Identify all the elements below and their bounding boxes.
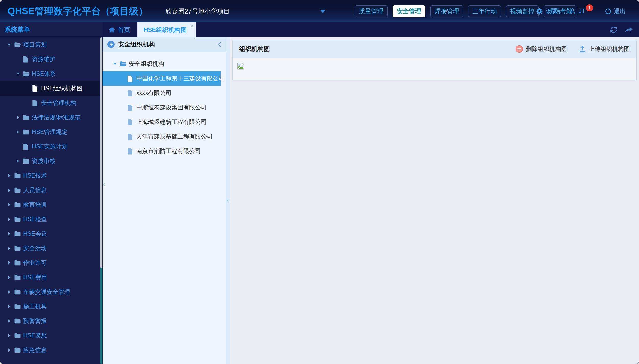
collapse-sidebar-icon[interactable] [103,182,106,187]
sidebar-item[interactable]: 作业许可 [0,256,100,270]
panel-splitter[interactable] [226,37,230,364]
power-icon[interactable] [605,8,611,15]
back-circle-icon[interactable] [107,41,115,48]
caret-icon [16,72,23,76]
upload-org-chart-button[interactable]: 上传组织机构图 [579,45,630,53]
folder-open-icon [120,61,129,67]
sidebar-item[interactable]: 安全活动 [0,241,100,256]
sidebar-item[interactable]: HSE实施计划 [0,139,100,154]
org-tree-item[interactable]: 中鹏恒泰建设集团有限公司 [103,100,221,115]
sidebar-scrollbar-thumb[interactable] [100,37,102,268]
sidebar-item[interactable]: 车辆交通安全管理 [0,285,100,299]
refresh-icon[interactable] [610,26,617,33]
tab-close-icon[interactable]: × [190,23,194,29]
project-selector[interactable]: 欣嘉园27号地小学项目 [165,0,230,22]
sidebar-item[interactable]: HSE管理规定 [0,125,100,139]
collapse-panel-icon[interactable] [218,41,221,47]
user-name[interactable]: JT [578,8,585,15]
folder-icon [14,173,23,179]
sidebar-item[interactable]: 法律法规/标准规范 [0,110,100,125]
sidebar-item[interactable]: 施工机具 [0,299,100,314]
caret-icon [16,130,23,134]
sidebar-title: 系统菜单 [0,22,103,37]
sidebar-item[interactable]: HSE技术 [0,168,100,183]
sidebar-item-label: HSE组织机构图 [41,84,82,92]
folder-icon [14,304,23,309]
notification-badge[interactable]: 1 [586,4,593,11]
main-panel-header: 组织机构图 删除组织机构图 上传组织机构图 [232,40,637,58]
sidebar-item-label: HSE技术 [23,172,47,180]
sidebar-item-label: HSE会议 [23,230,47,238]
sidebar-item-label: 资源维护 [32,55,55,63]
header-nav-button[interactable]: 三年行动 [468,5,501,17]
org-item-label: 天津市建辰基础工程有限公司 [136,133,213,141]
org-tree-item[interactable]: 中国化学工程第十三建设有限公司 [103,71,221,86]
folder-icon [14,289,23,295]
folder-icon [14,347,23,353]
sidebar-item-label: HSE体系 [32,70,56,78]
project-dropdown-caret-icon[interactable] [320,10,326,13]
caret-icon [7,203,14,207]
org-tree-item[interactable]: 南京市消防工程有限公司 [103,144,221,158]
user-icon[interactable] [569,8,576,15]
gear-icon[interactable] [536,8,543,15]
org-item-label: 南京市消防工程有限公司 [136,147,201,155]
header-nav-button[interactable]: 安全管理 [393,5,425,17]
sidebar-item-label: 安全活动 [23,244,47,252]
sidebar-menu: 项目策划资源维护HSE体系HSE组织机构图安全管理机构法律法规/标准规范HSE管… [0,37,100,364]
logout-button[interactable]: 退出 [614,7,626,15]
sidebar-item[interactable]: HSE奖惩 [0,328,100,343]
folder-icon [14,274,23,280]
org-tree-item[interactable]: xxxx有限公司 [103,86,221,100]
caret-icon [7,217,14,221]
file-icon [32,100,41,106]
sidebar-item-label: HSE奖惩 [23,332,47,340]
app-title: QHSE管理数字化平台（项目级） [8,0,148,22]
file-icon [127,133,136,140]
sidebar-item-label: 应急信息 [23,346,47,354]
caret-icon [7,333,14,338]
sidebar-item[interactable]: 安全管理机构 [0,96,100,110]
header-user-area: 设置 JT 1 退出 [536,0,626,22]
org-item-label: xxxx有限公司 [136,89,172,97]
org-tree-root[interactable]: 安全组织机构 [103,57,226,71]
folder-icon [23,158,32,164]
caret-down-icon [113,62,120,66]
sidebar-item[interactable]: HSE体系 [0,67,100,81]
sidebar-item[interactable]: 资源维护 [0,52,100,67]
splitter-chevron-icon [226,198,230,203]
folder-icon [14,231,23,237]
sidebar-item[interactable]: 教育培训 [0,197,100,212]
header-nav-button[interactable]: 焊接管理 [430,5,463,17]
sidebar-item[interactable]: 人员信息 [0,183,100,197]
forward-arrow-icon[interactable] [625,27,633,33]
sidebar-item[interactable]: HSE检查 [0,212,100,227]
sidebar-item[interactable]: HSE会议 [0,227,100,241]
caret-icon [7,290,14,294]
tab-hse-org-chart[interactable]: HSE组织机构图 × [137,22,196,37]
sidebar-item[interactable]: 项目策划 [0,37,100,52]
upload-org-chart-label: 上传组织机构图 [589,45,630,53]
sidebar-item[interactable]: 预警警报 [0,314,100,328]
app-window: QHSE管理数字化平台（项目级） 欣嘉园27号地小学项目 质量管理安全管理焊接管… [0,0,639,364]
org-tree-item[interactable]: 上海珹煜建筑工程有限公司 [103,115,221,129]
sidebar-item[interactable]: HSE费用 [0,270,100,285]
folder-icon [14,216,23,222]
sidebar-item-label: 教育培训 [23,201,47,209]
header-nav-button[interactable]: 视频监控 [506,5,539,17]
sidebar-item-label: 施工机具 [23,303,47,310]
caret-icon [7,319,14,323]
sidebar-item[interactable]: 应急信息 [0,343,100,357]
org-tree-item[interactable]: 天津市建辰基础工程有限公司 [103,129,221,144]
folder-open-icon [14,42,23,48]
delete-org-chart-button[interactable]: 删除组织机构图 [515,45,567,53]
header-nav-button[interactable]: 质量管理 [355,5,388,17]
delete-org-chart-label: 删除组织机构图 [526,45,567,53]
main-panel-title: 组织机构图 [239,45,504,53]
settings-button[interactable]: 设置 [546,7,557,15]
sidebar-item-label: 人员信息 [23,186,47,194]
sidebar-item[interactable]: HSE组织机构图 [0,81,100,96]
tab-home[interactable]: 首页 [103,22,137,37]
app-header: QHSE管理数字化平台（项目级） 欣嘉园27号地小学项目 质量管理安全管理焊接管… [0,0,639,22]
sidebar-item[interactable]: 资质审核 [0,154,100,168]
